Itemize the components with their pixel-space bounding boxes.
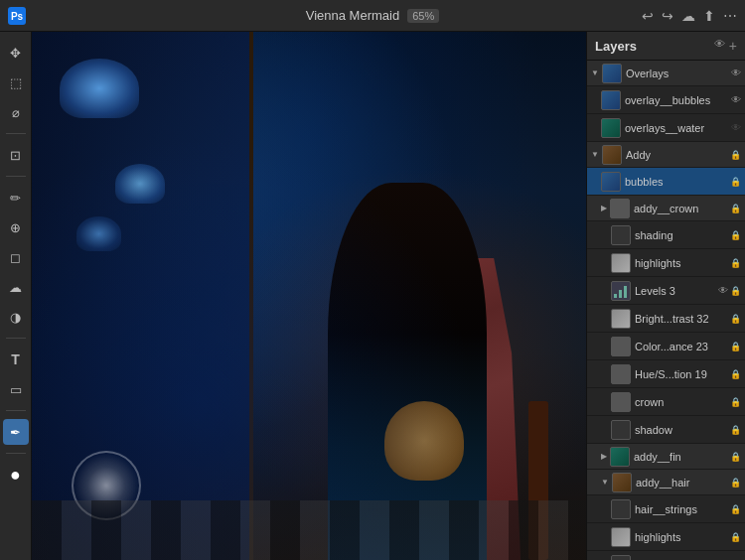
- layer-item-highlights[interactable]: highlights 🔒: [587, 249, 745, 277]
- layer-name-levels3: Levels 3: [635, 285, 716, 297]
- layer-item-levels3[interactable]: Levels 3 👁 🔒: [587, 277, 745, 305]
- layer-name-shadow: shadow: [635, 424, 728, 436]
- layer-name-shading: shading: [635, 229, 728, 241]
- layer-lock-bubbles: 🔒: [730, 177, 741, 187]
- layers-header-icons: 👁 +: [714, 38, 737, 54]
- layer-item-hue-tion19[interactable]: Hue/S...tion 19 🔒: [587, 360, 745, 388]
- layer-thumb-overlays-water: [601, 118, 621, 138]
- color-picker[interactable]: ●: [3, 462, 29, 488]
- lasso-tool[interactable]: ⌀: [3, 99, 29, 125]
- eraser-tool[interactable]: ◻: [3, 244, 29, 270]
- filename: Vienna Mermaid: [306, 8, 399, 23]
- layers-add-icon[interactable]: +: [729, 38, 737, 54]
- layer-thumb-shading2: [611, 555, 631, 561]
- layer-name-crown: crown: [635, 396, 728, 408]
- layer-item-shading2[interactable]: shading 🔒: [587, 551, 745, 560]
- layer-name-hair-strings: hair__strings: [635, 503, 728, 515]
- layer-thumb-addy-crown: [610, 199, 630, 218]
- layer-thumb-levels3: [611, 281, 631, 301]
- svg-rect-3: [619, 290, 622, 298]
- layer-lock-highlights: 🔒: [730, 258, 741, 268]
- group-arrow-addy-hair: ▼: [601, 478, 609, 487]
- layer-group-overlays[interactable]: ▼ Overlays 👁: [587, 61, 745, 86]
- move-tool[interactable]: ✥: [3, 40, 29, 66]
- group-arrow-addy: ▼: [591, 150, 599, 159]
- layer-name-addy-crown: addy__crown: [634, 203, 728, 214]
- layer-item-crown[interactable]: crown 🔒: [587, 388, 745, 416]
- layer-item-highlights2[interactable]: highlights 🔒: [587, 523, 745, 551]
- canvas-area[interactable]: [32, 32, 586, 560]
- redo-button[interactable]: ↪: [662, 8, 673, 24]
- layer-eye-overlays-water[interactable]: 👁: [731, 122, 741, 133]
- more-button[interactable]: ⋯: [723, 8, 737, 24]
- layer-lock-highlights2: 🔒: [730, 532, 741, 542]
- layer-lock-hue-tion19: 🔒: [730, 369, 741, 379]
- layer-thumb-addy-hair: [612, 473, 632, 492]
- layer-group-addy[interactable]: ▼ Addy 🔒: [587, 142, 745, 168]
- layers-header: Layers 👁 +: [587, 32, 745, 61]
- cloud-button[interactable]: ☁: [681, 8, 695, 24]
- layer-item-shading[interactable]: shading 🔒: [587, 221, 745, 249]
- layer-thumb-shadow: [611, 420, 631, 440]
- tool-separator-3: [6, 338, 26, 339]
- layer-group-addy-hair[interactable]: ▼ addy__hair 🔒: [587, 470, 745, 495]
- layer-thumb-overlays: [602, 64, 622, 83]
- layer-thumb-highlights: [611, 253, 631, 273]
- app-icons: Ps: [8, 7, 26, 25]
- layer-item-overlays-water[interactable]: overlays__water 👁: [587, 114, 745, 142]
- svg-rect-4: [624, 286, 627, 298]
- layer-thumb-bubbles: [601, 172, 621, 192]
- layer-name-hue-tion19: Hue/S...tion 19: [635, 368, 728, 380]
- layer-lock-addy-fin: 🔒: [730, 452, 741, 462]
- tool-separator-4: [6, 410, 26, 411]
- undo-button[interactable]: ↩: [642, 8, 654, 24]
- type-tool[interactable]: T: [3, 347, 29, 372]
- layer-thumb-addy-fin: [610, 447, 630, 467]
- layer-lock-hair-strings: 🔒: [730, 504, 741, 514]
- layer-item-hair-strings[interactable]: hair__strings 🔒: [587, 495, 745, 523]
- layer-name-highlights: highlights: [635, 257, 728, 269]
- dodge-tool[interactable]: ◑: [3, 304, 29, 330]
- shape-tool[interactable]: ▭: [3, 376, 29, 402]
- layer-item-color-ance-23[interactable]: Color...ance 23 🔒: [587, 333, 745, 360]
- layer-lock-addy-crown: 🔒: [730, 204, 741, 213]
- crop-tool[interactable]: ⊡: [3, 142, 29, 168]
- layer-item-bubbles[interactable]: bubbles 🔒: [587, 168, 745, 196]
- layer-thumb-hair-strings: [611, 499, 631, 519]
- layer-item-shadow[interactable]: shadow 🔒: [587, 416, 745, 444]
- layer-thumb-crown: [611, 392, 631, 412]
- layer-group-addy-fin[interactable]: ▶ addy__fin 🔒: [587, 444, 745, 470]
- layer-lock-levels3: 🔒: [730, 286, 741, 296]
- layer-item-bright-trast-32[interactable]: Bright...trast 32 🔒: [587, 305, 745, 333]
- layers-list[interactable]: ▼ Overlays 👁 overlay__bubbles 👁 overlays…: [587, 61, 745, 560]
- stamp-tool[interactable]: ⊕: [3, 214, 29, 240]
- tool-separator-2: [6, 176, 26, 177]
- eyedropper-tool[interactable]: ✒: [3, 419, 29, 445]
- layer-lock-addy: 🔒: [730, 150, 741, 160]
- layer-lock-shading: 🔒: [730, 230, 741, 240]
- layer-eye-overlay-bubbles[interactable]: 👁: [731, 94, 741, 105]
- right-icons-group: ↩ ↪ ☁ ⬆ ⋯: [642, 8, 737, 24]
- layer-lock-crown: 🔒: [730, 397, 741, 407]
- layer-group-addy-crown[interactable]: ▶ addy__crown 🔒: [587, 196, 745, 221]
- floor-pattern: [32, 500, 586, 560]
- smudge-tool[interactable]: ☁: [3, 274, 29, 300]
- layer-lock-bright-trast-32: 🔒: [730, 314, 741, 324]
- share-button[interactable]: ⬆: [703, 8, 715, 24]
- group-arrow-addy-fin: ▶: [601, 452, 607, 461]
- group-arrow-addy-crown: ▶: [601, 204, 607, 212]
- zoom-level[interactable]: 65%: [407, 9, 439, 23]
- layer-eye-overlays[interactable]: 👁: [731, 68, 741, 78]
- select-tool[interactable]: ⬚: [3, 70, 29, 95]
- layer-name-addy-hair: addy__hair: [636, 477, 728, 489]
- layer-eye-levels3[interactable]: 👁: [718, 285, 728, 296]
- layer-thumb-addy: [602, 145, 622, 165]
- brush-tool[interactable]: ✏: [3, 185, 29, 210]
- top-bar: Ps Vienna Mermaid 65% ↩ ↪ ☁ ⬆ ⋯: [0, 0, 745, 32]
- layer-thumb-color-ance-23: [611, 337, 631, 356]
- layer-thumb-highlights2: [611, 527, 631, 547]
- layers-eye-icon[interactable]: 👁: [714, 38, 725, 54]
- layer-lock-addy-hair: 🔒: [730, 478, 741, 488]
- layers-panel: Layers 👁 + ▼ Overlays 👁 overlay__bubbles…: [586, 32, 745, 560]
- layer-item-overlay-bubbles[interactable]: overlay__bubbles 👁: [587, 86, 745, 114]
